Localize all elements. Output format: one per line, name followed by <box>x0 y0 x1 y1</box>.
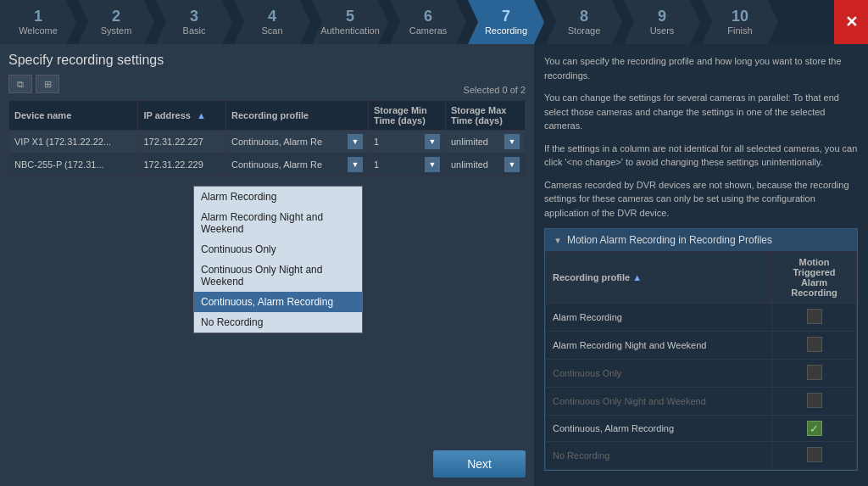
motion-profile-label: No Recording <box>546 442 772 470</box>
motion-profile-label: Alarm Recording Night and Weekend <box>546 332 772 360</box>
table-row[interactable]: VIP X1 (172.31.22.22... 172.31.22.227 Co… <box>9 131 526 154</box>
toolbar: ⧉ ⊞ <box>8 75 526 93</box>
device-name-cell: VIP X1 (172.31.22.22... <box>9 131 138 154</box>
device-name-cell: NBC-255-P (172.31... <box>9 154 138 176</box>
nav-item-finish[interactable]: 10 Finish <box>702 0 778 44</box>
profile-cell: Continuous, Alarm Re ▼ <box>226 154 369 176</box>
nav-num-scan: 4 <box>268 8 276 24</box>
col-device-name: Device name <box>9 101 138 131</box>
help-text-4: Cameras recorded by DVR devices are not … <box>544 178 858 221</box>
ip-cell: 172.31.22.227 <box>138 131 226 154</box>
top-navigation: 1 Welcome 2 System 3 Basic 4 Scan 5 Auth… <box>0 0 868 44</box>
table-row[interactable]: NBC-255-P (172.31... 172.31.22.229 Conti… <box>9 154 526 176</box>
storage-max-text-2: unlimited <box>451 159 503 170</box>
col-storage-max: Storage MaxTime (days) <box>445 101 525 131</box>
motion-col-profile: Recording profile ▲ <box>546 252 772 304</box>
nav-label-recording: Recording <box>485 25 527 36</box>
col-recording-profile: Recording profile <box>226 101 369 131</box>
storage-max-text: unlimited <box>451 137 503 147</box>
toolbar-copy-button[interactable]: ⧉ <box>8 75 32 93</box>
nav-label-finish: Finish <box>727 25 752 36</box>
nav-num-basic: 3 <box>190 8 198 24</box>
motion-section-title: Motion Alarm Recording in Recording Prof… <box>567 234 772 246</box>
motion-row-no-recording: No Recording <box>546 442 857 470</box>
motion-checkbox-cell <box>772 304 857 332</box>
nav-num-cameras: 6 <box>424 8 432 24</box>
motion-checkbox-alarm[interactable] <box>807 309 822 324</box>
left-panel: Specify recording settings ⧉ ⊞ Selected … <box>0 44 534 486</box>
copy-icon: ⧉ <box>17 79 24 90</box>
storage-max-cell-2: unlimited ▼ <box>445 154 525 176</box>
motion-row-alarm: Alarm Recording <box>546 304 857 332</box>
next-btn-container: Next <box>433 450 526 478</box>
dd-item-alarm[interactable]: Alarm Recording <box>194 187 362 207</box>
motion-checkbox-continuous-night <box>807 393 822 408</box>
dd-item-alarm-night[interactable]: Alarm Recording Night and Weekend <box>194 207 362 239</box>
motion-checkbox-cell <box>772 442 857 470</box>
motion-checkbox-cell <box>772 416 857 442</box>
nav-num-storage: 8 <box>580 8 588 24</box>
motion-checkbox-continuous-alarm[interactable] <box>807 421 822 436</box>
storage-min-dropdown-btn-2[interactable]: ▼ <box>425 157 440 172</box>
close-icon: ✕ <box>845 13 858 31</box>
dd-item-continuous-alarm[interactable]: Continuous, Alarm Recording <box>194 292 362 312</box>
nav-item-basic[interactable]: 3 Basic <box>156 0 232 44</box>
nav-item-welcome[interactable]: 1 Welcome <box>0 0 76 44</box>
ip-cell: 172.31.22.229 <box>138 154 226 176</box>
storage-min-text: 1 <box>374 137 423 147</box>
motion-profile-label: Continuous Only <box>546 360 772 388</box>
motion-row-continuous-alarm: Continuous, Alarm Recording <box>546 416 857 442</box>
devices-table: Device name IP address ▲ Recording profi… <box>8 100 526 176</box>
nav-num-welcome: 1 <box>34 8 42 24</box>
motion-checkbox-no-recording <box>807 447 822 462</box>
profile-dropdown-btn-2[interactable]: ▼ <box>348 157 363 172</box>
nav-num-users: 9 <box>658 8 666 24</box>
nav-item-system[interactable]: 2 System <box>78 0 154 44</box>
nav-label-auth: Authentication <box>320 25 380 36</box>
storage-max-dropdown-btn[interactable]: ▼ <box>504 134 520 149</box>
motion-row-alarm-night: Alarm Recording Night and Weekend <box>546 332 857 360</box>
nav-item-users[interactable]: 9 Users <box>624 0 700 44</box>
motion-section-header[interactable]: ▼ Motion Alarm Recording in Recording Pr… <box>545 229 857 251</box>
col-storage-min: Storage MinTime (days) <box>368 101 445 131</box>
storage-min-cell-2: 1 ▼ <box>368 154 445 176</box>
nav-item-recording[interactable]: 7 Recording <box>468 0 544 44</box>
dd-item-continuous-night[interactable]: Continuous Only Night and Weekend <box>194 260 362 292</box>
nav-num-auth: 5 <box>346 8 354 24</box>
nav-label-scan: Scan <box>261 25 282 36</box>
motion-checkbox-continuous <box>807 365 822 380</box>
storage-min-dropdown-btn[interactable]: ▼ <box>425 134 440 149</box>
profile-dropdown-btn[interactable]: ▼ <box>348 134 363 149</box>
dd-item-no-recording[interactable]: No Recording <box>194 312 362 332</box>
storage-max-cell: unlimited ▼ <box>445 131 525 154</box>
nav-label-users: Users <box>650 25 675 36</box>
storage-min-cell: 1 ▼ <box>368 131 445 154</box>
nav-num-recording: 7 <box>502 8 510 24</box>
col-ip-address: IP address ▲ <box>138 101 226 131</box>
help-text-1: You can specify the recording profile an… <box>544 54 858 82</box>
nav-item-cameras[interactable]: 6 Cameras <box>390 0 466 44</box>
motion-table: Recording profile ▲ Motion TriggeredAlar… <box>545 251 857 470</box>
toolbar-paste-button[interactable]: ⊞ <box>36 75 59 93</box>
page-title: Specify recording settings <box>8 53 526 68</box>
close-button[interactable]: ✕ <box>834 0 868 44</box>
nav-item-authentication[interactable]: 5 Authentication <box>312 0 388 44</box>
nav-item-scan[interactable]: 4 Scan <box>234 0 310 44</box>
nav-item-storage[interactable]: 8 Storage <box>546 0 622 44</box>
profile-cell: Continuous, Alarm Re ▼ <box>226 131 369 154</box>
nav-label-cameras: Cameras <box>409 25 448 36</box>
next-button[interactable]: Next <box>433 450 526 478</box>
motion-alarm-section: ▼ Motion Alarm Recording in Recording Pr… <box>544 228 858 471</box>
nav-num-finish: 10 <box>732 8 748 24</box>
storage-min-text-2: 1 <box>374 159 423 170</box>
dd-item-continuous[interactable]: Continuous Only <box>194 239 362 260</box>
sort-icon: ▲ <box>197 110 206 120</box>
motion-profile-label: Alarm Recording <box>546 304 772 332</box>
paste-icon: ⊞ <box>44 79 52 90</box>
nav-label-storage: Storage <box>568 25 601 36</box>
main-content: Specify recording settings ⧉ ⊞ Selected … <box>0 44 868 486</box>
nav-label-basic: Basic <box>183 25 206 36</box>
nav-num-system: 2 <box>112 8 120 24</box>
storage-max-dropdown-btn-2[interactable]: ▼ <box>504 157 520 172</box>
motion-checkbox-alarm-night[interactable] <box>807 337 822 352</box>
